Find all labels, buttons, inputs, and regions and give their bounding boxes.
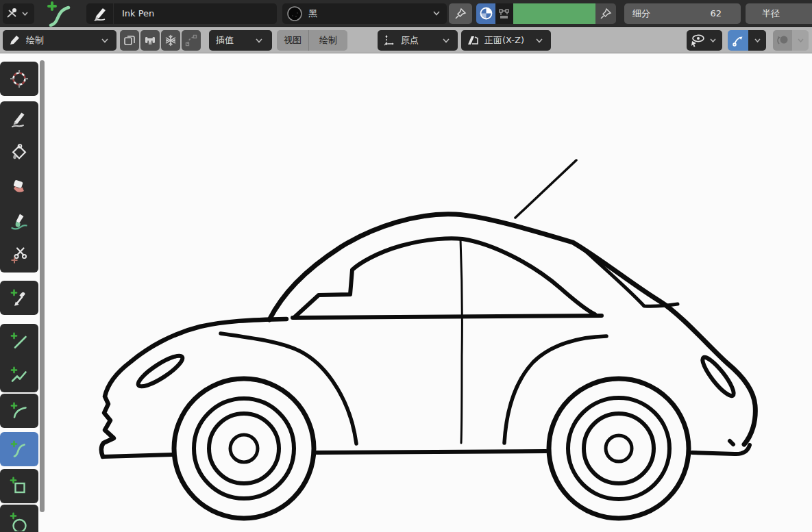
erase-tool-icon xyxy=(10,177,29,197)
stroke-door-divider xyxy=(460,239,462,443)
interpolate-label: 插值 xyxy=(216,34,234,47)
material-selector[interactable]: 黑 xyxy=(282,3,447,24)
material-pie-sphere-icon xyxy=(480,7,493,20)
chevron-down-icon xyxy=(536,38,543,43)
plane-icon xyxy=(467,34,480,47)
dashed-arc-icon xyxy=(185,34,197,47)
brush-name-field[interactable]: Ink Pen xyxy=(114,3,277,24)
tool-arc-button[interactable] xyxy=(0,394,38,428)
origin-label: 原点 xyxy=(401,34,419,47)
drawing-plane-dropdown[interactable]: 正面(X-Z) xyxy=(461,30,551,51)
placement-draw-label: 绘制 xyxy=(319,34,337,47)
mode-label: 绘制 xyxy=(26,34,44,47)
chevron-down-icon xyxy=(443,38,450,43)
stroke-front-hub xyxy=(230,435,258,462)
multiframe-toggle[interactable] xyxy=(120,30,139,51)
chevron-down-icon xyxy=(101,38,108,43)
stroke-rear-rim-2 xyxy=(584,414,654,483)
mode-dropdown[interactable]: 绘制 xyxy=(3,30,116,51)
tool-polyline-button[interactable] xyxy=(0,358,38,392)
falloff-group xyxy=(773,30,809,51)
pencil-icon xyxy=(8,34,21,47)
snowflake-icon xyxy=(164,34,177,47)
placement-draw-button[interactable]: 绘制 xyxy=(309,30,347,51)
tool-settings-bar: 绘制 xyxy=(0,28,812,53)
radius-label: 半径 xyxy=(762,8,780,20)
draw-tool-icon xyxy=(10,109,29,128)
fill-tool-icon xyxy=(10,143,29,162)
stroke-beltline xyxy=(293,316,602,318)
tool-cutter-button[interactable] xyxy=(0,238,38,273)
tool-draw-button[interactable] xyxy=(0,101,38,136)
tool-circle-button[interactable] xyxy=(0,505,38,532)
chevron-down-icon xyxy=(798,38,804,42)
stabilizer-options-dropdown[interactable] xyxy=(748,30,766,51)
curve-arrow-icon xyxy=(732,34,745,47)
stroke-headlight xyxy=(135,351,186,391)
stroke-antenna xyxy=(515,160,576,218)
stroke-ground-right xyxy=(692,445,750,454)
brush-thumbnail-button[interactable] xyxy=(86,3,114,24)
blender-grease-pencil-app: Ink Pen 黑 xyxy=(0,0,812,532)
interpolate-sequence-toggle[interactable] xyxy=(182,30,201,51)
sphere-falloff-icon xyxy=(776,34,789,47)
interpolate-dropdown[interactable]: 插值 xyxy=(209,30,272,51)
material-sphere-icon xyxy=(286,5,303,22)
falloff-options-dropdown-disabled[interactable] xyxy=(792,30,809,51)
tool-line-button[interactable] xyxy=(0,324,38,358)
vertex-color-pin-button[interactable] xyxy=(595,3,616,24)
material-pin-button[interactable] xyxy=(449,3,472,24)
tool-cursor-button[interactable] xyxy=(0,62,38,96)
tool-fill-button[interactable] xyxy=(0,136,38,170)
material-name: 黑 xyxy=(308,8,317,20)
line-tool-icon xyxy=(10,331,29,351)
viewport-canvas[interactable] xyxy=(0,53,812,532)
origin-axis-icon xyxy=(383,34,395,47)
active-tool-dropdown[interactable] xyxy=(3,3,34,24)
weight-toggle[interactable] xyxy=(140,30,160,51)
placement-view-button[interactable]: 视图 xyxy=(277,30,309,51)
subdivision-field[interactable]: 细分 62 xyxy=(624,3,741,24)
tools-sidebar xyxy=(0,54,45,532)
drawing-plane-label: 正面(X-Z) xyxy=(484,34,524,47)
vertex-paint-icon xyxy=(498,8,510,20)
chevron-down-icon xyxy=(433,11,440,16)
origin-dropdown[interactable]: 原点 xyxy=(378,30,458,51)
tool-eyedropper-button[interactable] xyxy=(0,281,38,315)
stroke-rear-dot xyxy=(730,441,733,444)
stroke-ground-mid xyxy=(317,451,546,453)
cursor-tool-icon xyxy=(10,69,29,88)
subdivision-value: 62 xyxy=(710,8,733,18)
placement-button-group: 视图 绘制 xyxy=(277,30,347,51)
material-color-mode-button[interactable] xyxy=(476,3,495,24)
chevron-down-icon xyxy=(22,12,28,16)
stroke-taillight xyxy=(698,354,737,399)
guides-visibility-dropdown[interactable] xyxy=(687,30,722,51)
stroke-stabilizer-toggle[interactable] xyxy=(728,30,748,51)
circle-tool-icon xyxy=(10,512,29,531)
toolbar-scrollbar[interactable] xyxy=(40,60,45,512)
chevron-down-icon xyxy=(256,38,262,43)
radius-field[interactable]: 半径 xyxy=(746,3,812,24)
curve-tool-preview-icon xyxy=(41,1,77,27)
tool-curve-button[interactable] xyxy=(0,432,38,466)
placement-view-label: 视图 xyxy=(284,34,302,47)
arc-tool-icon xyxy=(10,401,29,420)
freeze-toggle[interactable] xyxy=(161,30,180,51)
tool-tint-button[interactable] xyxy=(0,204,38,238)
tool-box-button[interactable] xyxy=(0,469,38,503)
cutter-tool-icon xyxy=(10,246,29,265)
stroke-ground-left xyxy=(103,455,173,457)
overlap-squares-icon xyxy=(123,34,136,47)
tool-erase-button[interactable] xyxy=(0,170,38,204)
ink-pen-brush-icon xyxy=(92,5,108,22)
vertex-color-swatch[interactable] xyxy=(513,3,595,24)
stroke-rear-hub xyxy=(606,435,632,461)
falloff-toggle-disabled[interactable] xyxy=(773,30,792,51)
vertex-color-mode-button[interactable] xyxy=(495,3,513,24)
box-tool-icon xyxy=(10,477,29,496)
brush-name: Ink Pen xyxy=(122,8,154,18)
tint-tool-icon xyxy=(10,212,29,231)
clamp-icon xyxy=(144,34,156,47)
curve-tool-icon xyxy=(10,440,29,459)
